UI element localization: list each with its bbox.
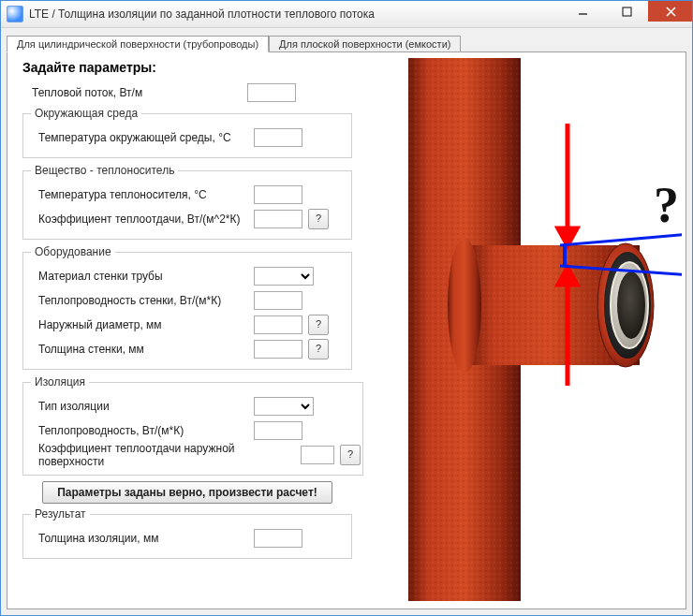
equip-conduct-label: Теплопроводность стенки, Вт/(м*К) bbox=[38, 294, 254, 307]
svg-rect-1 bbox=[623, 7, 631, 16]
close-icon bbox=[666, 7, 676, 17]
group-environment-legend: Окружающая среда bbox=[31, 107, 141, 120]
env-temp-label: Температура окружающей среды, °C bbox=[38, 131, 254, 144]
minimize-button[interactable] bbox=[560, 1, 604, 22]
row-equip-conduct: Теплопроводность стенки, Вт/(м*К) bbox=[38, 290, 349, 311]
titlebar: LTE / Толщина изоляции по заданной плотн… bbox=[1, 1, 692, 28]
maximize-icon bbox=[622, 7, 632, 17]
insul-type-label: Тип изоляции bbox=[38, 400, 254, 413]
row-insul-coef: Коэффициент теплоотдачи наружной поверхн… bbox=[38, 445, 361, 465]
tab-flat[interactable]: Для плоской поверхности (емкости) bbox=[269, 36, 461, 52]
row-equip-wall-th: Толщина стенки, мм ? bbox=[38, 339, 349, 359]
form-area: Задайте параметры: Тепловой поток, Вт/м … bbox=[7, 52, 363, 572]
row-insul-conduct: Теплопроводность, Вт/(м*К) bbox=[38, 420, 361, 441]
group-fluid: Вещество - теплоноситель Температура теп… bbox=[22, 164, 352, 240]
svg-point-11 bbox=[448, 238, 481, 373]
equip-outer-d-help-button[interactable]: ? bbox=[308, 315, 329, 335]
insul-coef-label: Коэффициент теплоотдачи наружной поверхн… bbox=[38, 442, 301, 468]
heat-flux-label: Тепловой поток, Вт/м bbox=[32, 86, 247, 99]
question-mark-icon: ? bbox=[654, 177, 679, 233]
group-insulation-legend: Изоляция bbox=[31, 375, 89, 389]
row-insul-type: Тип изоляции bbox=[38, 396, 361, 417]
group-equipment: Оборудование Материал стенки трубы Тепло… bbox=[22, 245, 352, 370]
insul-type-select[interactable] bbox=[254, 397, 314, 416]
window-controls bbox=[560, 1, 692, 22]
group-result-legend: Результат bbox=[31, 507, 90, 521]
app-window: LTE / Толщина изоляции по заданной плотн… bbox=[0, 0, 693, 616]
client-area: Для цилиндрической поверхности (трубопро… bbox=[7, 31, 686, 609]
calculate-button[interactable]: Параметры заданы верно, произвести расче… bbox=[42, 481, 332, 504]
group-fluid-legend: Вещество - теплоноситель bbox=[31, 164, 178, 177]
equip-conduct-input[interactable] bbox=[254, 291, 302, 310]
equip-material-label: Материал стенки трубы bbox=[38, 270, 254, 283]
equip-outer-d-input[interactable] bbox=[254, 315, 302, 334]
equip-wall-th-input[interactable] bbox=[254, 340, 302, 359]
page-heading: Задайте параметры: bbox=[22, 60, 356, 75]
group-result: Результат Толщина изоляции, мм bbox=[22, 507, 352, 559]
row-env-temp: Температура окружающей среды, °C bbox=[38, 127, 349, 148]
group-insulation: Изоляция Тип изоляции Теплопроводность, … bbox=[22, 375, 363, 476]
svg-point-15 bbox=[617, 271, 645, 339]
equip-material-select[interactable] bbox=[254, 267, 314, 286]
window-title: LTE / Толщина изоляции по заданной плотн… bbox=[29, 7, 375, 21]
pipe-illustration-svg: ? bbox=[373, 58, 682, 601]
insul-conduct-label: Теплопроводность, Вт/(м*К) bbox=[38, 424, 254, 437]
group-equipment-legend: Оборудование bbox=[31, 245, 115, 258]
pipe-illustration: ? bbox=[373, 58, 682, 603]
fluid-coef-help-button[interactable]: ? bbox=[308, 209, 329, 229]
fluid-temp-label: Температура теплоносителя, °C bbox=[38, 188, 254, 201]
result-thickness-output[interactable] bbox=[254, 529, 302, 548]
fluid-coef-input[interactable] bbox=[254, 210, 302, 228]
insul-coef-input[interactable] bbox=[301, 446, 334, 464]
minimize-icon bbox=[578, 7, 588, 17]
close-button[interactable] bbox=[648, 1, 692, 22]
equip-wall-th-help-button[interactable]: ? bbox=[308, 339, 329, 359]
fluid-coef-label: Коэффициент теплоотдачи, Вт/(м^2*К) bbox=[38, 213, 254, 226]
result-thickness-label: Толщина изоляции, мм bbox=[38, 532, 254, 545]
equip-wall-th-label: Толщина стенки, мм bbox=[38, 343, 254, 356]
maximize-button[interactable] bbox=[604, 1, 648, 22]
tabstrip: Для цилиндрической поверхности (трубопро… bbox=[7, 31, 686, 51]
fluid-temp-input[interactable] bbox=[254, 185, 302, 204]
tab-page: Задайте параметры: Тепловой поток, Вт/м … bbox=[7, 51, 686, 609]
row-equip-outer-d: Наружный диаметр, мм ? bbox=[38, 315, 349, 335]
row-equip-material: Материал стенки трубы bbox=[38, 266, 349, 286]
insul-coef-help-button[interactable]: ? bbox=[340, 445, 361, 465]
row-heat-flux: Тепловой поток, Вт/м bbox=[32, 82, 356, 103]
row-fluid-temp: Температура теплоносителя, °C bbox=[38, 184, 349, 205]
heat-flux-input[interactable] bbox=[247, 83, 296, 102]
equip-outer-d-label: Наружный диаметр, мм bbox=[38, 318, 254, 331]
insul-conduct-input[interactable] bbox=[254, 421, 302, 440]
group-environment: Окружающая среда Температура окружающей … bbox=[22, 107, 352, 158]
tab-cylindrical[interactable]: Для цилиндрической поверхности (трубопро… bbox=[7, 36, 269, 52]
row-result-thickness: Толщина изоляции, мм bbox=[38, 528, 349, 549]
row-fluid-coef: Коэффициент теплоотдачи, Вт/(м^2*К) ? bbox=[38, 209, 349, 229]
env-temp-input[interactable] bbox=[254, 128, 302, 147]
app-icon bbox=[7, 6, 23, 22]
